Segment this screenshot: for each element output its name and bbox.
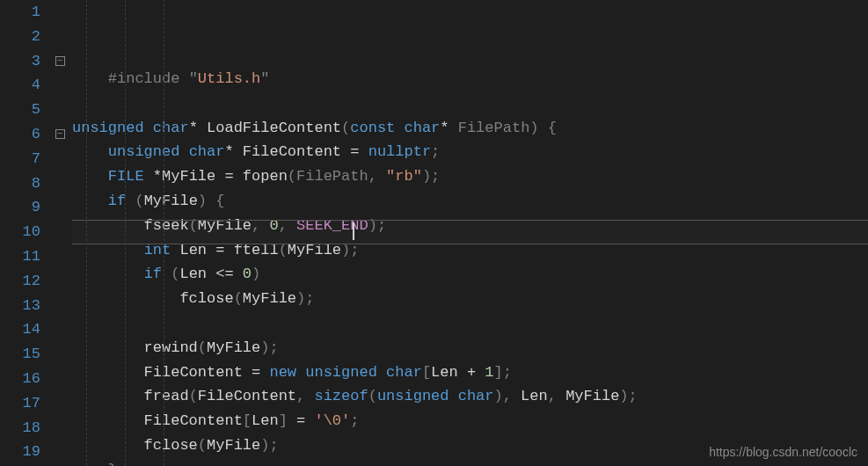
fold-cell: [47, 416, 72, 441]
indent-guide: [86, 0, 87, 466]
line-number: 15: [0, 342, 40, 367]
code-line[interactable]: fclose(MyFile);: [72, 287, 868, 311]
current-line-highlight: [72, 220, 868, 244]
code-line[interactable]: [72, 311, 868, 336]
code-line[interactable]: rewind(MyFile);: [72, 336, 868, 360]
line-number: 5: [0, 98, 40, 122]
fold-cell: [47, 220, 72, 244]
code-line[interactable]: FILE *MyFile = fopen(FilePath, "rb");: [72, 164, 868, 189]
code-line[interactable]: }: [72, 458, 868, 466]
code-line[interactable]: unsigned char* FileContent = nullptr;: [72, 140, 868, 164]
code-line[interactable]: if (MyFile) {: [72, 189, 868, 214]
code-line[interactable]: [72, 91, 868, 116]
code-line[interactable]: if (Len <= 0): [72, 262, 868, 287]
fold-cell: [47, 73, 72, 98]
code-line[interactable]: #include "Utils.h": [72, 67, 868, 91]
line-number: 9: [0, 195, 40, 220]
fold-cell: [47, 317, 72, 342]
code-line[interactable]: FileContent = new unsigned char[Len + 1]…: [72, 360, 868, 385]
line-number: 8: [0, 171, 40, 196]
line-number: 17: [0, 391, 40, 416]
fold-cell: [47, 244, 72, 269]
fold-cell: [47, 25, 72, 49]
line-number: 4: [0, 73, 40, 98]
code-area[interactable]: #include "Utils.h" unsigned char* LoadFi…: [72, 0, 868, 466]
line-number: 10: [0, 220, 40, 244]
line-number: 11: [0, 244, 40, 269]
fold-cell: [47, 440, 72, 464]
code-editor[interactable]: 12345678910111213141516171819 −− #includ…: [0, 0, 868, 466]
code-line[interactable]: fread(FileContent, sizeof(unsigned char)…: [72, 384, 868, 409]
fold-cell: [47, 294, 72, 318]
fold-collapse-icon[interactable]: −: [55, 129, 65, 139]
fold-cell: [47, 367, 72, 391]
code-line[interactable]: unsigned char* LoadFileContent(const cha…: [72, 116, 868, 141]
line-number-gutter: 12345678910111213141516171819: [0, 0, 47, 466]
indent-guide: [125, 0, 126, 466]
line-number: 13: [0, 294, 40, 318]
line-number: 3: [0, 49, 40, 74]
line-number: 6: [0, 122, 40, 147]
fold-cell[interactable]: −: [47, 49, 72, 74]
fold-cell: [47, 171, 72, 196]
fold-cell: [47, 98, 72, 122]
code-line[interactable]: FileContent[Len] = '\0';: [72, 409, 868, 433]
line-number: 19: [0, 440, 40, 464]
fold-cell: [47, 342, 72, 367]
fold-collapse-icon[interactable]: −: [55, 56, 65, 66]
line-number: 7: [0, 147, 40, 171]
line-number: 1: [0, 0, 40, 25]
text-cursor: [353, 222, 354, 240]
fold-cell: [47, 147, 72, 171]
fold-cell: [47, 269, 72, 294]
line-number: 16: [0, 367, 40, 391]
line-number: 12: [0, 269, 40, 294]
line-number: 14: [0, 317, 40, 342]
fold-cell: [47, 391, 72, 416]
fold-cell: [47, 0, 72, 25]
line-number: 18: [0, 416, 40, 441]
line-number: 2: [0, 25, 40, 49]
watermark-text: https://blog.csdn.net/cooclc: [709, 445, 857, 459]
fold-cell: [47, 195, 72, 220]
indent-guide: [164, 0, 164, 466]
fold-gutter[interactable]: −−: [47, 0, 72, 466]
fold-cell[interactable]: −: [47, 122, 72, 147]
